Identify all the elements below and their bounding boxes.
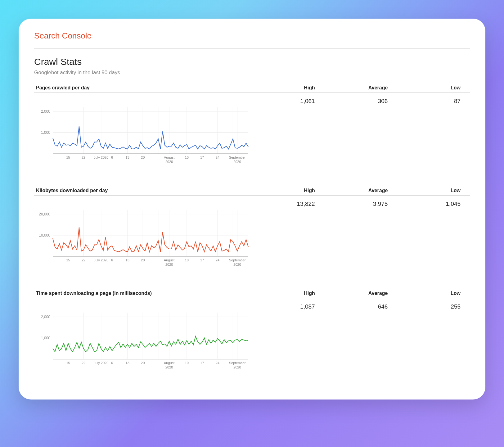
svg-text:15: 15 bbox=[66, 258, 70, 262]
svg-text:2020: 2020 bbox=[165, 160, 173, 164]
section-header-row: Pages crawled per day High Average Low bbox=[34, 85, 470, 93]
svg-text:17: 17 bbox=[200, 156, 204, 159]
svg-text:September: September bbox=[229, 156, 246, 159]
svg-text:15: 15 bbox=[66, 156, 70, 159]
page-subtitle: Googlebot activity in the last 90 days bbox=[34, 70, 470, 76]
svg-text:September: September bbox=[229, 258, 246, 262]
svg-text:10,000: 10,000 bbox=[39, 233, 50, 237]
svg-text:2,000: 2,000 bbox=[41, 109, 50, 114]
svg-text:20: 20 bbox=[141, 156, 145, 159]
section-values-row: 10,00020,000 1522July 202061320August202… bbox=[34, 197, 470, 269]
svg-text:2020: 2020 bbox=[233, 365, 241, 369]
svg-text:July 2020: July 2020 bbox=[94, 361, 108, 365]
stat-value-average: 646 bbox=[324, 300, 397, 372]
section-header-row: Time spent downloading a page (in millis… bbox=[34, 291, 470, 298]
stat-header-low: Low bbox=[397, 85, 470, 91]
svg-text:2020: 2020 bbox=[165, 365, 173, 369]
svg-text:22: 22 bbox=[82, 361, 85, 365]
svg-text:6: 6 bbox=[111, 258, 113, 262]
stat-value-low: 1,045 bbox=[397, 197, 470, 269]
chart-container: 1,0002,000 1522July 202061320August20201… bbox=[34, 309, 251, 372]
svg-text:July 2020: July 2020 bbox=[94, 258, 108, 262]
svg-text:2,000: 2,000 bbox=[41, 315, 50, 319]
stat-value-high: 1,087 bbox=[251, 300, 324, 372]
chart-line bbox=[53, 227, 248, 252]
chart-svg: 1,0002,000 1522July 202061320August20201… bbox=[34, 309, 251, 372]
section-title: Pages crawled per day bbox=[34, 85, 251, 91]
chart-container: 1,0002,000 1522July 202061320August20201… bbox=[34, 104, 251, 166]
brand-title: Search Console bbox=[34, 31, 470, 49]
stat-header-high: High bbox=[251, 188, 324, 193]
svg-text:20: 20 bbox=[141, 258, 145, 262]
stat-header-average: Average bbox=[324, 85, 397, 91]
svg-text:20: 20 bbox=[141, 361, 145, 365]
stats-section: Time spent downloading a page (in millis… bbox=[34, 291, 470, 372]
svg-text:17: 17 bbox=[200, 258, 204, 262]
chart-line bbox=[53, 126, 248, 149]
stat-value-low: 87 bbox=[397, 95, 470, 166]
svg-text:22: 22 bbox=[82, 258, 85, 262]
stat-header-low: Low bbox=[397, 188, 470, 193]
chart-svg: 10,00020,000 1522July 202061320August202… bbox=[34, 207, 251, 269]
svg-text:17: 17 bbox=[200, 361, 204, 365]
svg-text:August: August bbox=[164, 258, 174, 262]
stat-value-average: 306 bbox=[324, 95, 397, 166]
svg-text:24: 24 bbox=[216, 258, 219, 262]
svg-text:July 2020: July 2020 bbox=[94, 156, 108, 159]
svg-text:6: 6 bbox=[111, 361, 113, 365]
stat-header-high: High bbox=[251, 85, 324, 91]
svg-text:6: 6 bbox=[111, 156, 113, 159]
svg-text:13: 13 bbox=[126, 361, 129, 365]
svg-text:10: 10 bbox=[185, 258, 189, 262]
section-header-row: Kilobytes downloaded per day High Averag… bbox=[34, 188, 470, 196]
chart-line bbox=[53, 336, 248, 352]
section-values-row: 1,0002,000 1522July 202061320August20201… bbox=[34, 300, 470, 372]
svg-text:13: 13 bbox=[126, 156, 129, 159]
svg-text:15: 15 bbox=[66, 361, 70, 365]
svg-text:13: 13 bbox=[126, 258, 129, 262]
stat-value-high: 13,822 bbox=[251, 197, 324, 269]
dashboard-card: Search Console Crawl Stats Googlebot act… bbox=[19, 19, 485, 400]
svg-text:24: 24 bbox=[216, 361, 219, 365]
stat-value-high: 1,061 bbox=[251, 95, 324, 166]
svg-text:24: 24 bbox=[216, 156, 219, 159]
svg-text:1,000: 1,000 bbox=[41, 130, 50, 135]
page-title: Crawl Stats bbox=[34, 56, 470, 67]
svg-text:August: August bbox=[164, 156, 174, 159]
stats-section: Pages crawled per day High Average Low 1… bbox=[34, 85, 470, 166]
svg-text:22: 22 bbox=[82, 156, 85, 159]
section-title: Time spent downloading a page (in millis… bbox=[34, 291, 251, 296]
stats-section: Kilobytes downloaded per day High Averag… bbox=[34, 188, 470, 269]
section-title: Kilobytes downloaded per day bbox=[34, 188, 251, 193]
stat-value-average: 3,975 bbox=[324, 197, 397, 269]
stat-value-low: 255 bbox=[397, 300, 470, 372]
chart-svg: 1,0002,000 1522July 202061320August20201… bbox=[34, 104, 251, 166]
stat-header-high: High bbox=[251, 291, 324, 296]
chart-container: 10,00020,000 1522July 202061320August202… bbox=[34, 207, 251, 269]
svg-text:10: 10 bbox=[185, 156, 189, 159]
svg-text:2020: 2020 bbox=[233, 263, 241, 266]
svg-text:20,000: 20,000 bbox=[39, 212, 50, 216]
svg-text:10: 10 bbox=[185, 361, 189, 365]
stat-header-average: Average bbox=[324, 291, 397, 296]
svg-text:1,000: 1,000 bbox=[41, 336, 50, 340]
stat-header-average: Average bbox=[324, 188, 397, 193]
svg-text:August: August bbox=[164, 361, 174, 365]
stat-header-low: Low bbox=[397, 291, 470, 296]
svg-text:2020: 2020 bbox=[165, 263, 173, 266]
svg-text:September: September bbox=[229, 361, 246, 365]
svg-text:2020: 2020 bbox=[233, 160, 241, 164]
section-values-row: 1,0002,000 1522July 202061320August20201… bbox=[34, 95, 470, 166]
